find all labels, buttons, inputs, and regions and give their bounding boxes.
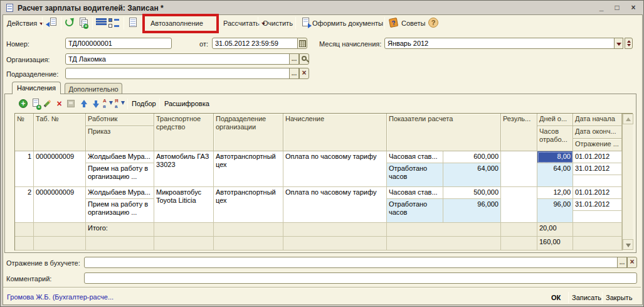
month-dropdown-button[interactable]	[614, 38, 623, 49]
col-header-date-start[interactable]: Дата начала	[573, 114, 622, 126]
col-header-num[interactable]: №	[15, 114, 34, 151]
table-cell-indicator2[interactable]: Отработано часов	[387, 199, 443, 223]
table-cell-hours[interactable]: 96,00	[537, 199, 573, 223]
delete-row-button[interactable]: ×	[54, 99, 65, 109]
table-cell-accrual[interactable]: Оплата по часовому тарифу	[283, 151, 387, 187]
add-row-button[interactable]: +	[18, 99, 29, 109]
table-cell-date-start[interactable]: 01.01.2012	[573, 151, 622, 163]
table-cell-date-start[interactable]: 01.01.2012	[573, 187, 622, 199]
organization-input[interactable]: ТД Лакомка	[65, 53, 290, 65]
table-cell-indicator1[interactable]: Часовая став...	[387, 187, 443, 199]
table-cell-num[interactable]: 2	[15, 187, 34, 223]
table-cell-indicator1[interactable]: Часовая став...	[387, 151, 443, 163]
reflection-clear-button[interactable]: ×	[627, 257, 637, 268]
list-settings-button[interactable]	[96, 18, 107, 28]
move-down-button[interactable]	[90, 99, 101, 109]
col-header-order[interactable]: Приказ	[86, 126, 154, 151]
post-document-button[interactable]	[46, 18, 56, 28]
division-select-button[interactable]: ...	[289, 68, 299, 79]
copy-row-button[interactable]: +	[30, 99, 41, 109]
tips-button[interactable]: Советы	[400, 17, 426, 30]
table-cell-value1[interactable]: 500,000	[443, 187, 501, 199]
scroll-down-button[interactable]	[623, 239, 633, 250]
col-header-worker[interactable]: Работник	[86, 114, 154, 126]
autofill-button[interactable]: Автозаполнение	[149, 17, 204, 30]
table-cell-accrual[interactable]: Оплата по часовому тарифу	[283, 187, 387, 223]
table-cell-date-end[interactable]: 31.01.2012	[573, 199, 622, 211]
col-header-division[interactable]: Подразделение организации	[214, 114, 283, 151]
document-structure-button[interactable]	[127, 18, 138, 28]
edit-row-button[interactable]	[42, 99, 53, 109]
table-cell-value2[interactable]: 96,000	[443, 199, 501, 223]
calculate-label: Рассчитать	[223, 19, 259, 27]
col-header-accrual[interactable]: Начисление	[283, 114, 387, 151]
month-input[interactable]: Январь 2012	[384, 38, 615, 49]
table-cell-result[interactable]	[501, 187, 537, 223]
table-cell-value1[interactable]: 600,000	[443, 151, 501, 163]
col-header-tab-no[interactable]: Таб. №	[34, 114, 86, 151]
sort-descending-button[interactable]: Я а	[114, 99, 126, 109]
organization-search-button[interactable]	[299, 53, 309, 65]
calendar-button[interactable]	[297, 38, 307, 49]
tab-additional[interactable]: Дополнительно	[65, 83, 122, 94]
refresh-button[interactable]	[65, 18, 75, 28]
table-cell-result[interactable]	[501, 151, 537, 187]
number-input[interactable]: ТДЛ00000001	[65, 38, 172, 49]
date-input[interactable]: 31.05.2012 23:59:59	[212, 38, 298, 49]
tab-accruals[interactable]: Начисления	[12, 82, 61, 94]
col-header-reflection[interactable]: Отражение ...	[573, 139, 622, 151]
end-edit-button[interactable]	[66, 99, 77, 109]
table-cell-order[interactable]: Прием на работу в организацию ...	[86, 199, 154, 223]
maximize-button[interactable]: □	[611, 3, 623, 13]
table-cell-order[interactable]: Прием на работу в организацию ...	[86, 163, 154, 187]
decode-button[interactable]: Расшифровка	[164, 99, 209, 109]
table-cell-date-end[interactable]: 31.01.2012	[573, 163, 622, 175]
col-header-vehicle[interactable]: Транспортное средство	[154, 114, 214, 151]
minimize-button[interactable]: _	[595, 3, 608, 13]
close-form-button[interactable]: Закрыть	[606, 291, 632, 304]
close-button[interactable]: ×	[627, 3, 640, 13]
division-clear-button[interactable]: ×	[299, 68, 309, 79]
table-cell-division[interactable]: Автотранспортный цех	[214, 187, 283, 223]
table-cell-days-selected[interactable]: 8,00	[537, 151, 573, 163]
table-cell-reflection[interactable]	[573, 211, 622, 223]
col-header-indicators[interactable]: Показатели расчета	[387, 114, 501, 151]
table-cell-tab-no[interactable]: 0000000009	[34, 187, 86, 223]
col-header-days[interactable]: Дней о...	[537, 114, 573, 126]
help-icon[interactable]: ?	[428, 18, 438, 28]
table-cell-reflection[interactable]	[573, 175, 622, 187]
table-cell-vehicle[interactable]: Микроавтобус Toyota Liticia	[154, 187, 214, 223]
comment-input[interactable]	[84, 272, 637, 284]
actions-menu-button[interactable]: Действия	[6, 17, 45, 30]
save-button[interactable]: Записать	[572, 291, 601, 304]
table-cell-worker[interactable]: Жолдыбаев Мура...	[86, 151, 154, 163]
scroll-up-button[interactable]	[623, 114, 633, 124]
table-cell-indicator2[interactable]: Отработано часов	[387, 163, 443, 187]
division-input[interactable]	[65, 68, 290, 79]
table-cell-hours[interactable]: 64,00	[537, 163, 573, 187]
month-spinner[interactable]	[625, 38, 633, 49]
sort-ascending-button[interactable]: А я	[102, 99, 114, 109]
table-cell-value2[interactable]: 64,000	[443, 163, 501, 187]
calculate-button[interactable]: Рассчитать	[222, 17, 267, 30]
organization-select-button[interactable]: ...	[289, 53, 299, 65]
pick-button[interactable]: Подбор	[132, 99, 156, 109]
make-documents-button[interactable]: Оформить документы	[311, 17, 384, 30]
copy-add-button[interactable]: +	[77, 18, 88, 28]
reflection-input[interactable]	[84, 257, 618, 268]
table-cell-division[interactable]: Автотранспортный цех	[214, 151, 283, 187]
table-cell-tab-no[interactable]: 0000000009	[34, 151, 86, 187]
table-cell-vehicle[interactable]: Автомобиль ГАЗ 33023	[154, 151, 214, 187]
table-cell-num[interactable]: 1	[15, 151, 34, 187]
move-up-button[interactable]	[78, 99, 89, 109]
reflection-select-button[interactable]: ...	[617, 257, 627, 268]
col-header-result[interactable]: Резуль...	[501, 114, 537, 151]
column-settings-button[interactable]	[108, 18, 119, 28]
col-header-hours[interactable]: Часов отрабо...	[537, 126, 573, 151]
clear-button[interactable]: Очистить	[261, 17, 294, 30]
col-header-date-end[interactable]: Дата оконч...	[573, 126, 622, 139]
table-cell-days[interactable]: 12,00	[537, 187, 573, 199]
ok-button[interactable]: ОК	[551, 291, 561, 304]
table-cell-worker[interactable]: Жолдыбаев Мура...	[86, 187, 154, 199]
table-scrollbar[interactable]	[622, 114, 633, 250]
